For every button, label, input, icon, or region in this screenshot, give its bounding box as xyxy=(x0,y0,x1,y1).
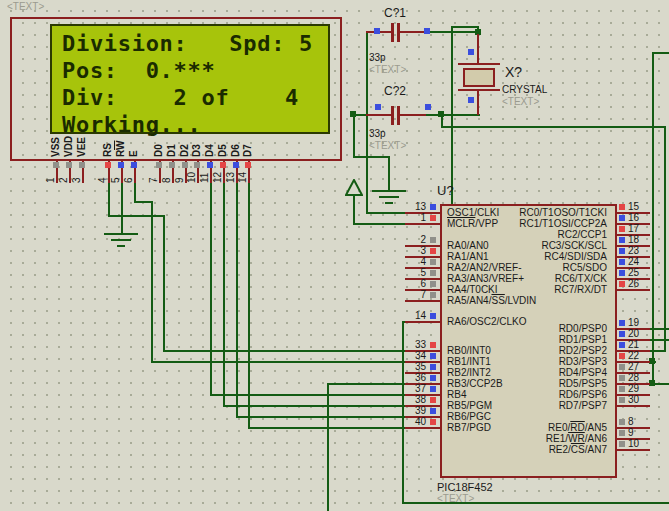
wire[interactable] xyxy=(163,350,406,352)
mcu-pin-square[interactable] xyxy=(619,248,625,254)
mcu-pin-stub[interactable] xyxy=(405,300,440,302)
cap1-lead-right[interactable] xyxy=(400,31,426,33)
lcd-pin-square[interactable] xyxy=(131,162,137,168)
wire[interactable] xyxy=(441,126,666,128)
mcu-pin-square[interactable] xyxy=(619,386,625,392)
mcu-pin-square[interactable] xyxy=(430,408,436,414)
wire[interactable] xyxy=(121,183,123,235)
cap1-ref[interactable]: C?1 xyxy=(384,6,406,20)
cap2-ref[interactable]: C?2 xyxy=(384,84,406,98)
wire[interactable] xyxy=(134,183,136,203)
mcu-part-number[interactable]: PIC18F452 xyxy=(437,481,493,493)
cap2-value[interactable]: 33p xyxy=(369,128,386,139)
mcu-pin-square[interactable] xyxy=(619,419,625,425)
wire[interactable] xyxy=(223,405,406,407)
mcu-pin-square[interactable] xyxy=(619,226,625,232)
crystal-plate-bottom[interactable] xyxy=(458,89,500,91)
mcu-pin-square[interactable] xyxy=(430,419,436,425)
cap2-plate-left[interactable] xyxy=(391,106,394,125)
ground-symbol[interactable] xyxy=(104,233,138,235)
mcu-pin-square[interactable] xyxy=(430,292,436,298)
wire[interactable] xyxy=(327,383,329,511)
lcd-pin-square[interactable] xyxy=(66,162,72,168)
wire[interactable] xyxy=(451,26,453,206)
wire[interactable] xyxy=(426,114,480,116)
mcu-pin-stub[interactable] xyxy=(405,427,440,429)
wire[interactable] xyxy=(151,361,406,363)
wire[interactable] xyxy=(426,31,480,33)
crystal-text[interactable]: <TEXT> xyxy=(502,96,539,107)
cap1-value[interactable]: 33p xyxy=(369,52,386,63)
crystal-handle-bottom[interactable] xyxy=(468,97,474,103)
lcd-pin-square[interactable] xyxy=(207,162,213,168)
wire[interactable] xyxy=(248,183,250,429)
wire[interactable] xyxy=(108,183,110,217)
wire[interactable] xyxy=(236,183,238,418)
crystal-lead-bottom[interactable] xyxy=(477,91,479,115)
wire[interactable] xyxy=(366,33,368,214)
lcd-pin-square[interactable] xyxy=(105,162,111,168)
mcu-ref[interactable]: U? xyxy=(437,183,454,198)
mcu-pin-square[interactable] xyxy=(619,270,625,276)
cap2-handle-left[interactable] xyxy=(375,104,381,110)
wire[interactable] xyxy=(151,201,153,363)
mcu-pin-square[interactable] xyxy=(619,204,625,210)
mcu-pin-square[interactable] xyxy=(430,364,436,370)
wire[interactable] xyxy=(388,156,390,192)
mcu-pin-square[interactable] xyxy=(430,342,436,348)
mcu-pin-square[interactable] xyxy=(430,397,436,403)
mcu-pin-square[interactable] xyxy=(619,430,625,436)
lcd-pin-square[interactable] xyxy=(245,162,251,168)
mcu-pin-square[interactable] xyxy=(430,204,436,210)
lcd-display-screen[interactable]: Division: Spd: 5 Pos: 0.*** Div: 2 of 4 … xyxy=(50,24,330,134)
wire[interactable] xyxy=(223,183,225,407)
mcu-pin-square[interactable] xyxy=(430,386,436,392)
mcu-pin-stub[interactable] xyxy=(615,289,650,291)
cap1-handle-left[interactable] xyxy=(374,28,380,34)
cap2-text[interactable]: <TEXT> xyxy=(369,140,406,151)
wire[interactable] xyxy=(451,26,479,28)
wire[interactable] xyxy=(210,394,406,396)
ground-symbol[interactable] xyxy=(111,239,131,241)
text-annotation[interactable]: <TEXT> xyxy=(7,1,44,12)
cap2-lead-right[interactable] xyxy=(400,114,426,116)
ground-symbol[interactable] xyxy=(379,196,399,198)
mcu-pin-stub[interactable] xyxy=(405,321,440,323)
wire[interactable] xyxy=(353,156,390,158)
cap1-text[interactable]: <TEXT> xyxy=(369,64,406,75)
wire[interactable] xyxy=(652,52,669,54)
mcu-pin-square[interactable] xyxy=(619,320,625,326)
cap1-plate-left[interactable] xyxy=(391,23,394,42)
crystal-handle-top[interactable] xyxy=(468,49,474,55)
mcu-text[interactable]: <TEXT> xyxy=(437,493,474,504)
crystal-plate-top[interactable] xyxy=(458,63,500,65)
mcu-pin-square[interactable] xyxy=(619,331,625,337)
mcu-pin-square[interactable] xyxy=(619,259,625,265)
ground-symbol[interactable] xyxy=(117,245,125,247)
wire[interactable] xyxy=(108,215,165,217)
mcu-pin-square[interactable] xyxy=(619,237,625,243)
mcu-pin-stub[interactable] xyxy=(405,223,440,225)
cap2-handle-right[interactable] xyxy=(425,104,431,110)
mcu-pin-stub[interactable] xyxy=(615,449,650,451)
wire[interactable] xyxy=(236,416,406,418)
power-terminal-icon[interactable] xyxy=(345,179,363,197)
mcu-pin-square[interactable] xyxy=(430,353,436,359)
lcd-pin-square[interactable] xyxy=(118,162,124,168)
mcu-pin-square[interactable] xyxy=(619,441,625,447)
mcu-pin-square[interactable] xyxy=(619,353,625,359)
lcd-pin-square[interactable] xyxy=(53,162,59,168)
lcd-pin-square[interactable] xyxy=(194,162,200,168)
mcu-pin-stub[interactable] xyxy=(615,405,650,407)
mcu-pin-square[interactable] xyxy=(619,281,625,287)
mcu-pin-square[interactable] xyxy=(430,237,436,243)
mcu-pin-square[interactable] xyxy=(619,375,625,381)
mcu-pin-square[interactable] xyxy=(430,215,436,221)
crystal-ref[interactable]: X? xyxy=(505,64,522,80)
crystal-name[interactable]: CRYSTAL xyxy=(502,84,547,95)
lcd-pin-square[interactable] xyxy=(182,162,188,168)
wire[interactable] xyxy=(353,114,355,158)
lcd-pin-square[interactable] xyxy=(156,162,162,168)
wire[interactable] xyxy=(652,52,654,385)
mcu-pin-square[interactable] xyxy=(619,215,625,221)
